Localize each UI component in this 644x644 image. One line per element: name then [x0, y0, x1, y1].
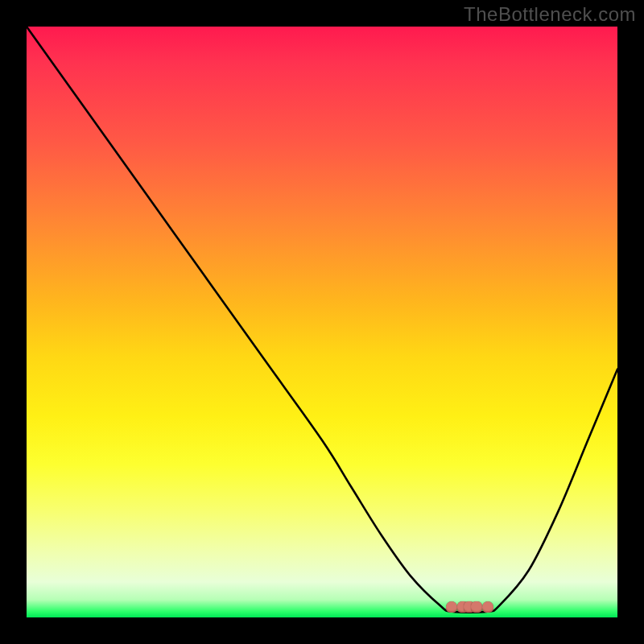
sweet-spot-bump: [471, 601, 482, 613]
curve-svg: [27, 27, 617, 617]
watermark-text: TheBottleneck.com: [464, 3, 636, 26]
sweet-spot-bump: [482, 601, 493, 613]
sweet-spot-bump: [446, 601, 457, 613]
sweet-spot-marker: [446, 600, 493, 613]
plot-area: [27, 27, 617, 617]
bottleneck-curve-path: [27, 27, 617, 613]
bottleneck-chart: TheBottleneck.com: [0, 0, 644, 644]
